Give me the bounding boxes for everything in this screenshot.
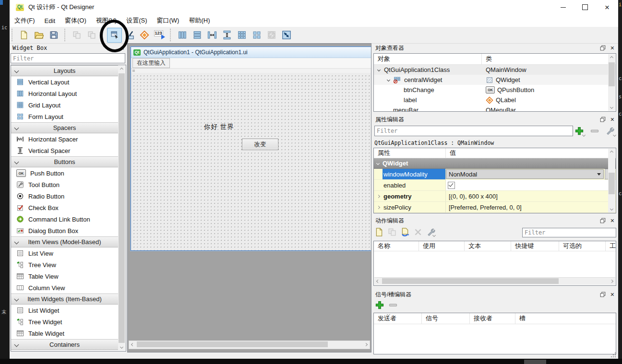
menu-file[interactable]: 文件(F): [10, 15, 40, 26]
scroll-down-arrow[interactable]: [608, 104, 615, 111]
layout-horizontally-button[interactable]: [175, 28, 190, 43]
widget-box-scrollbar[interactable]: [118, 66, 125, 351]
property-row-enabled[interactable]: enabled: [374, 180, 616, 191]
add-connection-button[interactable]: [375, 300, 384, 310]
windowmodality-combobox[interactable]: NonModal: [446, 169, 604, 179]
minimize-button[interactable]: [552, 0, 574, 14]
menu-view[interactable]: 视图(V): [91, 15, 121, 26]
configure-action-editor-button[interactable]: [426, 227, 436, 237]
property-editor-scrollbar[interactable]: [608, 149, 615, 212]
maximize-button[interactable]: [574, 0, 596, 14]
add-dynamic-property-button[interactable]: [573, 125, 586, 137]
property-row-sizepolicy[interactable]: sizePolicy [Preferred, Preferred, 0, 0]: [374, 202, 616, 213]
save-form-button[interactable]: [46, 28, 61, 43]
widget-item-command-link-button[interactable]: Command Link Button: [11, 213, 118, 225]
edit-buddies-mode-button[interactable]: [137, 28, 152, 43]
new-form-button[interactable]: [16, 28, 31, 43]
edit-tab-order-mode-button[interactable]: 123: [152, 28, 167, 43]
layout-horizontal-splitter-button[interactable]: [204, 28, 219, 43]
property-row-geometry[interactable]: geometry [(0, 0), 600 x 400]: [374, 191, 616, 202]
column-object[interactable]: 对象: [374, 54, 482, 64]
tree-row-btnchange[interactable]: btnChange OKQPushButton: [374, 85, 616, 95]
widget-item-radio-button[interactable]: Radio Button: [11, 190, 118, 202]
scrollbar-thumb[interactable]: [137, 341, 328, 347]
form-canvas[interactable]: 你好 世界 改变: [131, 73, 371, 250]
widget-item-check-box[interactable]: Check Box: [11, 202, 118, 213]
column-shortcut[interactable]: 快捷键: [511, 241, 559, 251]
section-buttons[interactable]: Buttons: [11, 156, 118, 167]
float-panel-icon[interactable]: [599, 217, 606, 224]
scroll-down-arrow[interactable]: [608, 205, 615, 212]
change-pushbutton[interactable]: 改变: [242, 139, 278, 150]
mdi-horizontal-scrollbar[interactable]: [129, 341, 370, 349]
edit-widgets-mode-button[interactable]: [107, 28, 122, 43]
menu-window[interactable]: 窗口(W): [152, 15, 184, 26]
delete-action-button[interactable]: [413, 227, 423, 237]
configure-property-editor-button[interactable]: [604, 125, 616, 137]
column-name[interactable]: 名称: [374, 241, 419, 251]
widget-item-group-box[interactable]: Group Box: [11, 350, 118, 352]
close-icon[interactable]: ×: [610, 291, 614, 298]
remove-connection-button[interactable]: [388, 300, 398, 310]
action-editor-hscrollbar[interactable]: [374, 277, 615, 285]
widget-item-list-view[interactable]: List View: [11, 247, 118, 259]
scrollbar-thumb[interactable]: [382, 278, 559, 284]
hello-world-label[interactable]: 你好 世界: [204, 123, 234, 131]
widget-item-tree-widget[interactable]: Tree Widget: [11, 316, 118, 328]
section-containers[interactable]: Containers: [11, 339, 118, 350]
layout-grid-button[interactable]: [234, 28, 249, 43]
widget-item-column-view[interactable]: Column View: [11, 282, 118, 294]
property-column-header[interactable]: 属性 值: [374, 148, 616, 158]
layout-form-button[interactable]: [249, 28, 264, 43]
widget-item-push-button[interactable]: OKPush Button: [11, 167, 118, 179]
widget-item-tree-view[interactable]: Tree View: [11, 259, 118, 270]
column-class[interactable]: 类: [482, 54, 616, 64]
close-icon[interactable]: ×: [610, 45, 614, 51]
widget-item-horizontal-spacer[interactable]: Horizontal Spacer: [11, 133, 118, 145]
scroll-right-arrow[interactable]: [362, 341, 370, 348]
menu-help[interactable]: 帮助(H): [184, 15, 215, 26]
widget-item-grid-layout[interactable]: Grid Layout: [11, 99, 118, 111]
property-filter-input[interactable]: [374, 126, 573, 136]
widget-item-form-layout[interactable]: Form Layout: [11, 111, 118, 122]
tree-row-label[interactable]: label QLabel: [374, 95, 616, 105]
layout-vertically-button[interactable]: [190, 28, 204, 43]
tree-row-centralwidget[interactable]: centralWidget QWidget: [374, 75, 616, 85]
scrollbar-thumb[interactable]: [609, 62, 615, 86]
copy-button[interactable]: [69, 28, 84, 43]
edit-signals-slots-mode-button[interactable]: [122, 28, 137, 43]
paste-button[interactable]: [84, 28, 99, 43]
widget-item-horizontal-layout[interactable]: Horizontal Layout: [11, 88, 118, 99]
menu-settings[interactable]: 设置(S): [121, 15, 152, 26]
tree-row-mainwindow[interactable]: QtGuiApplication1Class QMainWindow: [374, 65, 616, 75]
column-tooltip[interactable]: 工: [606, 241, 616, 251]
column-sender[interactable]: 发送者: [374, 313, 422, 324]
widget-item-table-widget[interactable]: Table Widget: [11, 328, 118, 339]
scrollbar-thumb[interactable]: [119, 73, 125, 343]
object-inspector-scrollbar[interactable]: [608, 54, 615, 111]
menu-form[interactable]: 窗体(O): [60, 15, 91, 26]
section-item-views[interactable]: Item Views (Model-Based): [11, 236, 118, 247]
property-row-windowmodality[interactable]: windowModality NonModal: [374, 169, 616, 180]
column-signal[interactable]: 信号: [422, 313, 470, 324]
column-checkable[interactable]: 可选的: [559, 241, 606, 251]
float-panel-icon[interactable]: [599, 291, 606, 298]
scroll-down-arrow[interactable]: [118, 343, 125, 351]
scroll-left-arrow[interactable]: [129, 341, 136, 348]
new-action-button[interactable]: [374, 227, 384, 237]
widget-item-dialog-button-box[interactable]: Dialog Button Box: [11, 225, 118, 236]
scroll-up-arrow[interactable]: [608, 54, 615, 61]
adjust-size-button[interactable]: [279, 28, 294, 43]
close-icon[interactable]: ×: [120, 45, 124, 51]
float-panel-icon[interactable]: [599, 116, 606, 123]
widget-item-list-widget[interactable]: List Widget: [11, 305, 118, 316]
section-spacers[interactable]: Spacers: [11, 122, 118, 133]
layout-vertical-splitter-button[interactable]: [219, 28, 234, 43]
column-receiver[interactable]: 接收者: [470, 313, 515, 324]
close-icon[interactable]: ×: [610, 217, 614, 224]
section-item-widgets[interactable]: Item Widgets (Item-Based): [11, 294, 118, 305]
widget-box-filter-input[interactable]: [11, 53, 125, 63]
widget-item-table-view[interactable]: Table View: [11, 270, 118, 282]
widget-item-vertical-spacer[interactable]: Vertical Spacer: [11, 145, 118, 156]
action-filter-input[interactable]: [522, 228, 616, 237]
